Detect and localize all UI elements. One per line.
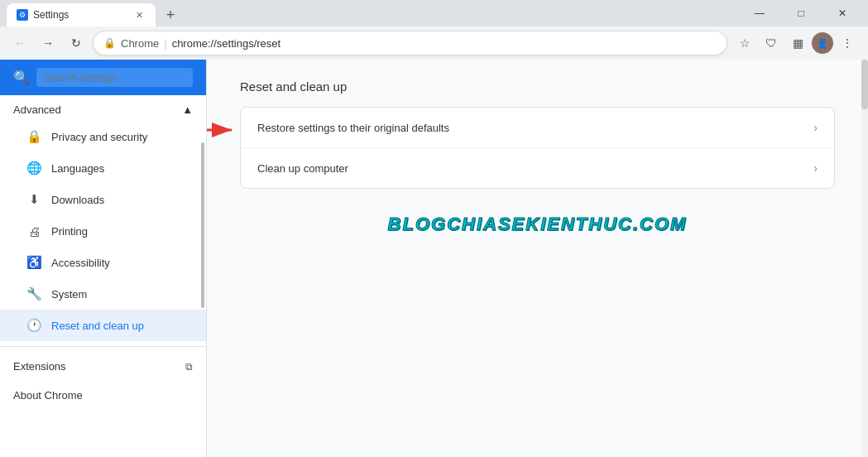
- tab-bar: ⚙ Settings ✕ +: [7, 0, 182, 26]
- security-icon: 🔒: [103, 37, 116, 49]
- sidebar-item-reset[interactable]: 🕐 Reset and clean up: [0, 310, 206, 341]
- content-scrollbar-thumb[interactable]: [861, 60, 868, 109]
- advanced-label: Advanced: [13, 103, 61, 116]
- active-tab[interactable]: ⚙ Settings ✕: [7, 3, 156, 26]
- sidebar-item-accessibility[interactable]: ♿ Accessibility: [0, 247, 206, 278]
- restore-settings-item[interactable]: Restore settings to their original defau…: [241, 108, 834, 148]
- content-area: Reset and clean up Restore settings to t…: [207, 60, 868, 457]
- accessibility-icon: ♿: [26, 255, 41, 270]
- sidebar-item-extensions[interactable]: Extensions ⧉: [0, 352, 206, 381]
- site-name: Chrome: [121, 37, 159, 50]
- watermark: BLOGCHIASEKIENTHUC.COM: [240, 214, 835, 235]
- cleanup-label: Clean up computer: [257, 162, 348, 175]
- new-tab-button[interactable]: +: [159, 3, 182, 26]
- content-inner: Reset and clean up Restore settings to t…: [207, 60, 868, 255]
- card-section: Restore settings to their original defau…: [240, 107, 835, 189]
- address-bar: ← → ↻ 🔒 Chrome | chrome://settings/reset…: [0, 26, 868, 60]
- sidebar-item-label: Downloads: [51, 194, 104, 206]
- system-icon: 🔧: [26, 286, 41, 301]
- section-title: Reset and clean up: [240, 79, 835, 94]
- sidebar-item-label: Accessibility: [51, 257, 110, 269]
- collapse-icon: ▲: [182, 103, 193, 116]
- omnibox[interactable]: 🔒 Chrome | chrome://settings/reset: [93, 31, 727, 55]
- cleanup-chevron-icon: ›: [813, 161, 818, 175]
- menu-button[interactable]: ⋮: [835, 31, 860, 55]
- sidebar-item-label: System: [51, 288, 87, 301]
- cast-button[interactable]: ▦: [785, 31, 810, 55]
- restore-chevron-icon: ›: [813, 121, 818, 134]
- tab-label: Settings: [33, 9, 127, 21]
- sidebar-item-label: Printing: [51, 225, 88, 238]
- minimize-button[interactable]: —: [741, 0, 779, 26]
- sidebar-scrollbar-thumb[interactable]: [201, 142, 204, 308]
- about-label: About Chrome: [13, 389, 83, 402]
- sidebar-item-downloads[interactable]: ⬇ Downloads: [0, 184, 206, 215]
- forward-button[interactable]: →: [36, 31, 60, 55]
- main-layout: 🔍 Advanced ▲ 🔒 Privacy and security 🌐 La…: [0, 60, 868, 457]
- privacy-icon: 🔒: [26, 129, 41, 144]
- sidebar-item-system[interactable]: 🔧 System: [0, 278, 206, 310]
- search-input[interactable]: [36, 68, 193, 87]
- external-link-icon: ⧉: [185, 361, 193, 373]
- toolbar-icons: ☆ 🛡 ▦ 👤 ⋮: [732, 31, 860, 55]
- sidebar: 🔍 Advanced ▲ 🔒 Privacy and security 🌐 La…: [0, 60, 207, 457]
- red-arrow: [207, 113, 240, 147]
- sidebar-item-printing[interactable]: 🖨 Printing: [0, 215, 206, 247]
- sidebar-item-label: Languages: [51, 162, 104, 175]
- sidebar-item-label: Reset and clean up: [51, 320, 144, 332]
- card-list: Restore settings to their original defau…: [240, 107, 835, 189]
- downloads-icon: ⬇: [26, 192, 41, 207]
- back-button[interactable]: ←: [8, 31, 31, 55]
- restore-label: Restore settings to their original defau…: [257, 122, 449, 134]
- reset-icon: 🕐: [26, 318, 41, 333]
- sidebar-divider: [0, 346, 206, 347]
- sidebar-item-label: Privacy and security: [51, 131, 147, 143]
- cleanup-computer-item[interactable]: Clean up computer ›: [241, 148, 834, 188]
- extensions-label: Extensions: [13, 360, 179, 373]
- advanced-section-header[interactable]: Advanced ▲: [0, 95, 206, 121]
- languages-icon: 🌐: [26, 161, 41, 176]
- sidebar-item-languages[interactable]: 🌐 Languages: [0, 152, 206, 184]
- close-button[interactable]: ✕: [823, 0, 861, 26]
- maximize-button[interactable]: □: [782, 0, 820, 26]
- printing-icon: 🖨: [26, 224, 41, 238]
- avatar[interactable]: 👤: [812, 32, 833, 54]
- tab-favicon: ⚙: [17, 9, 28, 21]
- sidebar-item-about[interactable]: About Chrome: [0, 381, 206, 410]
- content-scrollbar[interactable]: [861, 60, 868, 457]
- url-text: chrome://settings/reset: [172, 37, 281, 50]
- bookmark-button[interactable]: ☆: [732, 31, 757, 55]
- tab-close-button[interactable]: ✕: [132, 8, 146, 22]
- url-separator: |: [164, 37, 166, 50]
- reload-button[interactable]: ↻: [65, 31, 88, 55]
- title-bar: ⚙ Settings ✕ + — □ ✕: [0, 0, 868, 26]
- window-controls: — □ ✕: [741, 0, 861, 26]
- shield-button[interactable]: 🛡: [759, 31, 784, 55]
- sidebar-item-privacy[interactable]: 🔒 Privacy and security: [0, 121, 206, 152]
